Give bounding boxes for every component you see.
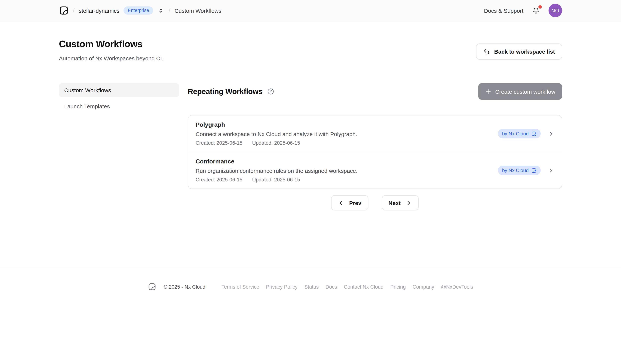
breadcrumb-workspace[interactable]: stellar-dynamics: [79, 7, 119, 14]
chevron-up-down-icon: [158, 8, 164, 13]
section-header: Repeating Workflows Create custom workfl…: [188, 83, 562, 100]
footer-link-nxdevtools[interactable]: @NxDevTools: [441, 284, 473, 290]
navbar-right: Docs & Support NO: [484, 4, 562, 17]
badge-label: by Nx Cloud: [502, 131, 529, 136]
footer-link-contact[interactable]: Contact Nx Cloud: [344, 284, 383, 290]
create-button-label: Create custom workflow: [495, 88, 555, 95]
help-circle-icon: [267, 88, 274, 95]
nx-logo-icon: [59, 6, 69, 15]
chevron-right-icon: [547, 167, 554, 174]
breadcrumb-page[interactable]: Custom Workflows: [174, 7, 222, 14]
footer-link-status[interactable]: Status: [304, 284, 319, 290]
workflow-description: Run organization conformance rules on th…: [196, 168, 357, 174]
footer-link-pricing[interactable]: Pricing: [390, 284, 406, 290]
return-arrow-icon: [483, 48, 490, 55]
chevron-right-icon: [405, 200, 412, 206]
main-panel: Repeating Workflows Create custom workfl…: [188, 83, 562, 210]
navbar-inner: / stellar-dynamics Enterprise / Custom W…: [59, 4, 562, 17]
workflow-row-right: by Nx Cloud: [498, 129, 554, 138]
by-nx-cloud-badge: by Nx Cloud: [498, 166, 541, 175]
page-subtitle: Automation of Nx Workspaces beyond CI.: [59, 55, 163, 62]
user-avatar[interactable]: NO: [549, 4, 562, 17]
workspace-switcher-button[interactable]: [157, 7, 164, 14]
footer-link-company[interactable]: Company: [413, 284, 434, 290]
sidebar-item-custom-workflows[interactable]: Custom Workflows: [59, 83, 179, 97]
notification-dot: [538, 5, 542, 8]
nx-mini-logo-icon: [531, 131, 536, 136]
next-label: Next: [388, 200, 401, 206]
breadcrumb: / stellar-dynamics Enterprise / Custom W…: [59, 6, 221, 15]
workflow-info: Conformance Run organization conformance…: [196, 158, 357, 183]
workflow-created: Created: 2025-06-15: [196, 177, 242, 183]
app-root: / stellar-dynamics Enterprise / Custom W…: [0, 0, 621, 364]
workflow-updated: Updated: 2025-06-15: [252, 140, 300, 146]
sidebar-item-launch-templates[interactable]: Launch Templates: [59, 99, 179, 113]
notifications-button[interactable]: [531, 6, 541, 15]
footer-link-privacy[interactable]: Privacy Policy: [266, 284, 297, 290]
footer-links: Terms of Service Privacy Policy Status D…: [222, 284, 473, 290]
page-footer: © 2025 - Nx Cloud Terms of Service Priva…: [0, 268, 621, 291]
next-page-button[interactable]: Next: [382, 195, 419, 210]
chevron-left-icon: [338, 200, 344, 206]
workflow-created: Created: 2025-06-15: [196, 140, 242, 146]
settings-sidebar: Custom Workflows Launch Templates: [59, 83, 179, 113]
help-button[interactable]: [267, 88, 274, 95]
section-title: Repeating Workflows: [188, 87, 262, 96]
footer-inner: © 2025 - Nx Cloud Terms of Service Priva…: [0, 268, 621, 291]
workflow-name: Polygraph: [196, 122, 357, 128]
top-navbar: / stellar-dynamics Enterprise / Custom W…: [0, 0, 621, 21]
breadcrumb-separator: /: [169, 7, 170, 14]
workflow-name: Conformance: [196, 158, 357, 165]
footer-link-terms[interactable]: Terms of Service: [222, 284, 259, 290]
pagination: Prev Next: [188, 195, 562, 210]
prev-label: Prev: [349, 200, 361, 206]
docs-support-link[interactable]: Docs & Support: [484, 7, 523, 14]
footer-nx-logo-icon: [148, 283, 156, 291]
page-title: Custom Workflows: [59, 39, 163, 49]
content-area: Custom Workflows Launch Templates Repeat…: [59, 83, 562, 210]
breadcrumb-separator: /: [73, 7, 74, 14]
badge-label: by Nx Cloud: [502, 168, 529, 173]
workflow-meta: Created: 2025-06-15 Updated: 2025-06-15: [196, 177, 357, 183]
footer-link-docs[interactable]: Docs: [326, 284, 337, 290]
workflow-row-conformance[interactable]: Conformance Run organization conformance…: [188, 152, 562, 189]
workflow-row-right: by Nx Cloud: [498, 166, 554, 175]
prev-page-button[interactable]: Prev: [331, 195, 368, 210]
workflow-meta: Created: 2025-06-15 Updated: 2025-06-15: [196, 140, 357, 146]
create-custom-workflow-button[interactable]: Create custom workflow: [478, 83, 562, 100]
workflows-card: Polygraph Connect a workspace to Nx Clou…: [188, 115, 562, 189]
chevron-right-icon: [547, 130, 554, 137]
page-header-text: Custom Workflows Automation of Nx Worksp…: [59, 39, 163, 62]
back-to-workspace-list-button[interactable]: Back to workspace list: [476, 44, 562, 60]
back-button-label: Back to workspace list: [494, 48, 555, 55]
page-header: Custom Workflows Automation of Nx Worksp…: [59, 39, 562, 62]
workflow-description: Connect a workspace to Nx Cloud and anal…: [196, 131, 357, 137]
plan-badge: Enterprise: [123, 6, 153, 15]
by-nx-cloud-badge: by Nx Cloud: [498, 129, 541, 138]
plus-icon: [485, 88, 491, 95]
nx-logo[interactable]: [59, 6, 69, 15]
workflow-info: Polygraph Connect a workspace to Nx Clou…: [196, 122, 357, 146]
copyright-text: © 2025 - Nx Cloud: [164, 284, 206, 290]
nx-mini-logo-icon: [531, 168, 536, 173]
workflow-updated: Updated: 2025-06-15: [252, 177, 300, 183]
workflow-row-polygraph[interactable]: Polygraph Connect a workspace to Nx Clou…: [188, 115, 562, 152]
